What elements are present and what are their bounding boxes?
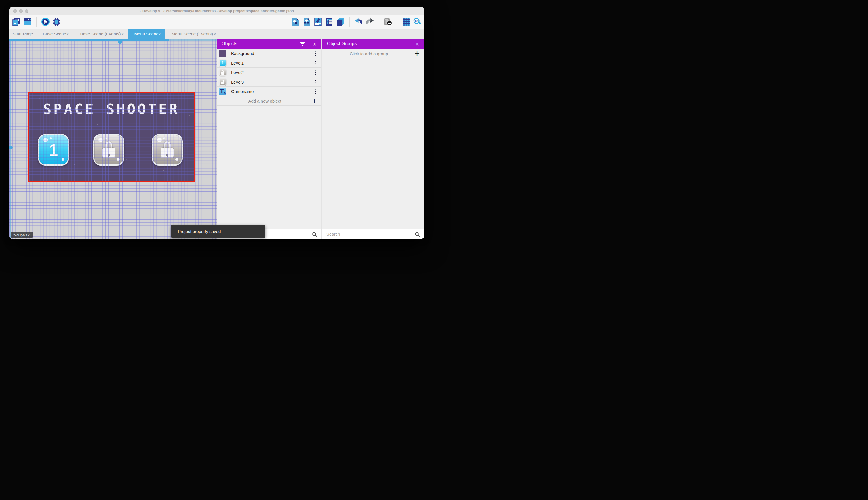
search-icon[interactable]	[415, 232, 419, 236]
window-title: GDevelop 5 - /Users/dkarakay/Documents/G…	[10, 9, 424, 13]
properties-icon[interactable]	[314, 18, 322, 26]
svg-text:1:1: 1:1	[414, 20, 419, 22]
toolbar-left-group	[12, 17, 61, 27]
gamename-text-object-icon: Tx	[219, 88, 226, 95]
background-object-icon	[219, 49, 226, 57]
level2-object-icon	[219, 69, 226, 76]
objects-panel: Objects × Background ⋮ 1 Level1	[217, 39, 321, 239]
traffic-lights	[13, 9, 28, 13]
selection-top-overlay	[131, 39, 169, 42]
objects-panel-header: Objects ×	[217, 39, 321, 49]
scene-editor-icon[interactable]	[23, 18, 32, 26]
selection-resize-handle[interactable]	[118, 40, 122, 44]
redo-icon[interactable]	[365, 18, 374, 26]
snackbar-toast: Project properly saved	[171, 225, 265, 238]
close-window-button[interactable]	[13, 9, 17, 13]
toolbar-separator	[379, 17, 379, 27]
toggle-mask-icon[interactable]	[384, 18, 392, 26]
objects-editor-icon[interactable]	[291, 18, 300, 26]
star-decoration	[39, 98, 40, 99]
level3-object-icon	[219, 78, 226, 86]
level1-button-instance[interactable]: 1	[38, 134, 69, 166]
tab-base-scene-events[interactable]: Base Scene (Events) ×	[73, 29, 128, 39]
object-row-level3[interactable]: Level3 ⋮	[217, 77, 321, 87]
cursor-coordinates-badge: 570;437	[11, 231, 33, 238]
editor-content: SPACE SHOOTER 1	[10, 39, 424, 239]
layers-icon[interactable]	[336, 18, 345, 26]
titlebar: GDevelop 5 - /Users/dkarakay/Documents/G…	[10, 7, 424, 15]
search-icon[interactable]	[312, 232, 316, 236]
objects-list: Background ⋮ 1 Level1 ⋮ Level2 ⋮	[217, 49, 321, 106]
tab-close-icon[interactable]: ×	[66, 32, 69, 36]
object-groups-panel-header: Object Groups ×	[322, 39, 424, 49]
toast-message: Project properly saved	[178, 229, 221, 234]
object-row-background[interactable]: Background ⋮	[217, 49, 321, 58]
add-group-button[interactable]: Click to add a group +	[322, 49, 424, 58]
object-groups-panel-title: Object Groups	[327, 41, 356, 46]
tab-base-scene[interactable]: Base Scene ×	[36, 29, 73, 39]
debug-icon[interactable]	[52, 18, 61, 26]
filter-icon[interactable]	[300, 41, 305, 46]
tab-menu-scene-events[interactable]: Menu Scene (Events) ×	[165, 29, 220, 39]
level3-button-instance[interactable]	[152, 134, 183, 166]
toolbar-separator	[36, 17, 37, 27]
tab-close-icon[interactable]: ×	[158, 32, 161, 36]
zoom-window-button[interactable]	[25, 9, 28, 13]
groups-search-input[interactable]	[326, 231, 415, 237]
tab-start-page[interactable]: Start Page	[10, 29, 36, 39]
selection-top-edge-faded	[169, 39, 217, 41]
toolbar-separator	[397, 17, 397, 27]
close-icon[interactable]: ×	[415, 41, 419, 47]
close-icon[interactable]: ×	[313, 41, 317, 47]
minimize-window-button[interactable]	[19, 9, 23, 13]
scene-canvas[interactable]: SPACE SHOOTER 1	[10, 39, 217, 239]
tab-close-icon[interactable]: ×	[121, 32, 124, 36]
object-menu-icon[interactable]: ⋮	[313, 51, 318, 56]
object-groups-panel: Object Groups × Click to add a group +	[322, 39, 424, 239]
object-menu-icon[interactable]: ⋮	[313, 79, 318, 85]
zoom-one-to-one-icon[interactable]: 1:1	[413, 18, 422, 26]
editor-tabbar: Start Page Base Scene × Base Scene (Even…	[10, 29, 424, 39]
toolbar-separator	[349, 17, 350, 27]
objects-panel-title: Objects	[222, 41, 237, 46]
instances-list-icon[interactable]	[325, 18, 333, 26]
undo-icon[interactable]	[354, 18, 363, 26]
gdevelop-window: GDevelop 5 - /Users/dkarakay/Documents/G…	[10, 7, 424, 239]
project-manager-icon[interactable]	[12, 18, 21, 26]
lock-icon	[161, 141, 174, 158]
object-row-level1[interactable]: 1 Level1 ⋮	[217, 58, 321, 68]
level2-button-instance[interactable]	[93, 134, 124, 166]
plus-icon: +	[312, 97, 317, 105]
main-toolbar: 1:1	[10, 15, 424, 29]
object-row-level2[interactable]: Level2 ⋮	[217, 68, 321, 77]
object-row-gamename[interactable]: Tx Gamename ⋮	[217, 87, 321, 96]
toolbar-right-group: 1:1	[291, 17, 422, 27]
lock-icon	[221, 70, 224, 75]
tab-close-icon[interactable]: ×	[213, 32, 216, 36]
game-title-text[interactable]: SPACE SHOOTER	[28, 101, 195, 117]
toggle-grid-icon[interactable]	[402, 18, 410, 26]
lock-icon	[221, 80, 224, 84]
object-groups-editor-icon[interactable]	[303, 18, 311, 26]
add-new-object-button[interactable]: Add a new object +	[217, 96, 321, 106]
object-menu-icon[interactable]: ⋮	[313, 89, 318, 94]
object-menu-icon[interactable]: ⋮	[313, 60, 318, 66]
play-preview-icon[interactable]	[41, 18, 50, 26]
object-menu-icon[interactable]: ⋮	[313, 70, 318, 75]
plus-icon: +	[414, 49, 420, 58]
level1-object-icon: 1	[219, 59, 226, 67]
selection-left-edge	[10, 39, 11, 239]
lock-icon	[103, 141, 115, 158]
selection-left-handle[interactable]	[10, 146, 13, 149]
groups-search-row	[322, 229, 424, 239]
tab-menu-scene[interactable]: Menu Scene ×	[128, 29, 165, 39]
scene-background-instance[interactable]: SPACE SHOOTER 1	[28, 92, 195, 182]
